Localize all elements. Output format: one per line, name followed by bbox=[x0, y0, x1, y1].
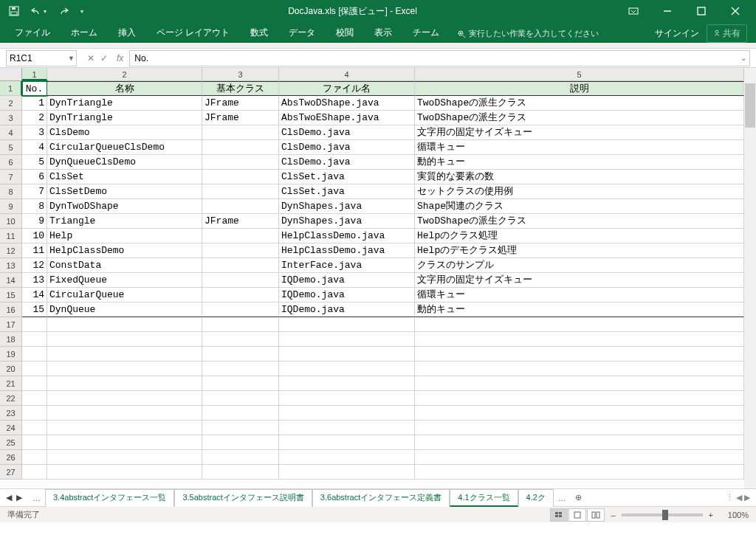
row-header[interactable]: 25 bbox=[0, 435, 22, 450]
cell-base[interactable] bbox=[202, 140, 279, 155]
cell-name[interactable]: ConstData bbox=[47, 258, 202, 273]
row-header[interactable]: 24 bbox=[0, 421, 22, 435]
cell[interactable] bbox=[279, 391, 415, 406]
scrollbar-thumb[interactable] bbox=[745, 83, 755, 128]
cell-file[interactable]: ClsDemo.java bbox=[279, 125, 415, 140]
cell-name[interactable]: CircularQueue bbox=[47, 288, 202, 302]
fx-button[interactable]: fx bbox=[117, 53, 123, 63]
qat-customize[interactable]: ▾ bbox=[76, 5, 88, 18]
cell-no[interactable]: 6 bbox=[22, 170, 47, 184]
cell[interactable] bbox=[279, 435, 415, 450]
cell-no[interactable]: 15 bbox=[22, 302, 47, 317]
cell[interactable] bbox=[415, 347, 744, 362]
cell-base[interactable] bbox=[202, 184, 279, 199]
cell[interactable] bbox=[202, 391, 279, 406]
row-header[interactable]: 3 bbox=[0, 111, 22, 125]
name-box[interactable]: R1C1▼ bbox=[6, 50, 77, 66]
cell[interactable] bbox=[279, 376, 415, 391]
cell[interactable] bbox=[22, 406, 47, 421]
cancel-formula-button[interactable]: ✕ bbox=[87, 53, 94, 63]
tab-data[interactable]: データ bbox=[278, 23, 326, 43]
row-header[interactable]: 2 bbox=[0, 96, 22, 111]
cell[interactable] bbox=[202, 317, 279, 332]
cell-base[interactable] bbox=[202, 288, 279, 302]
cell[interactable] bbox=[202, 435, 279, 450]
cell-base[interactable] bbox=[202, 243, 279, 258]
vertical-scrollbar[interactable] bbox=[744, 68, 756, 488]
share-button[interactable]: 共有 bbox=[707, 24, 747, 43]
select-all-triangle[interactable] bbox=[0, 68, 22, 81]
cell-no[interactable]: 3 bbox=[22, 125, 47, 140]
cell-file[interactable]: InterFace.java bbox=[279, 258, 415, 273]
cell-name[interactable]: HelpClassDemo bbox=[47, 243, 202, 258]
cell[interactable] bbox=[415, 391, 744, 406]
row-header[interactable]: 6 bbox=[0, 155, 22, 170]
normal-view-button[interactable] bbox=[550, 508, 568, 522]
cell[interactable] bbox=[47, 362, 202, 376]
ribbon-options-button[interactable] bbox=[617, 1, 650, 21]
cell-file[interactable]: ClsDemo.java bbox=[279, 140, 415, 155]
cell-desc[interactable]: Shape関連のクラス bbox=[415, 199, 744, 214]
cell-name[interactable]: CircularQueueClsDemo bbox=[47, 140, 202, 155]
tab-page-layout[interactable]: ページ レイアウト bbox=[146, 23, 240, 43]
page-break-view-button[interactable] bbox=[587, 508, 605, 522]
row-header[interactable]: 12 bbox=[0, 243, 22, 258]
close-button[interactable] bbox=[719, 1, 752, 21]
cell-base[interactable] bbox=[202, 273, 279, 288]
cell-no[interactable]: 10 bbox=[22, 229, 47, 243]
cell[interactable] bbox=[202, 406, 279, 421]
cell-header-desc[interactable]: 説明 bbox=[415, 81, 744, 96]
cell[interactable] bbox=[415, 376, 744, 391]
zoom-level[interactable]: 100% bbox=[719, 511, 749, 519]
cell-no[interactable]: 8 bbox=[22, 199, 47, 214]
tab-review[interactable]: 校閲 bbox=[326, 23, 364, 43]
tab-file[interactable]: ファイル bbox=[4, 23, 61, 43]
cell-no[interactable]: 5 bbox=[22, 155, 47, 170]
cell[interactable] bbox=[415, 362, 744, 376]
cell[interactable] bbox=[47, 317, 202, 332]
cell[interactable] bbox=[47, 465, 202, 480]
spreadsheet-grid[interactable]: 1 2 3 4 5 1 No. 名称 基本クラス ファイル名 説明 2 1 Dy… bbox=[0, 68, 756, 488]
cell[interactable] bbox=[22, 347, 47, 362]
row-header[interactable]: 7 bbox=[0, 170, 22, 184]
row-header[interactable]: 15 bbox=[0, 288, 22, 302]
cell[interactable] bbox=[22, 465, 47, 480]
row-header[interactable]: 17 bbox=[0, 317, 22, 332]
row-header[interactable]: 5 bbox=[0, 140, 22, 155]
tab-formulas[interactable]: 数式 bbox=[240, 23, 278, 43]
cell-file[interactable]: IQDemo.java bbox=[279, 273, 415, 288]
cell-base[interactable] bbox=[202, 155, 279, 170]
cell-name[interactable]: ClsDemo bbox=[47, 125, 202, 140]
cell-file[interactable]: AbsTwoDShape.java bbox=[279, 96, 415, 111]
cell-name[interactable]: DynQueueClsDemo bbox=[47, 155, 202, 170]
tell-me-search[interactable]: 実行したい作業を入力してください bbox=[450, 24, 606, 43]
minimize-button[interactable] bbox=[651, 1, 684, 21]
page-layout-view-button[interactable] bbox=[568, 508, 586, 522]
row-header[interactable]: 1 bbox=[0, 81, 22, 96]
name-box-dropdown-icon[interactable]: ▼ bbox=[68, 55, 75, 62]
tab-overflow-left[interactable]: … bbox=[28, 494, 45, 502]
cell-base[interactable]: JFrame bbox=[202, 214, 279, 229]
row-header[interactable]: 16 bbox=[0, 302, 22, 317]
row-header[interactable]: 8 bbox=[0, 184, 22, 199]
sheet-tab[interactable]: 3.6abstractインタフェース定義書 bbox=[312, 489, 450, 507]
row-header[interactable]: 23 bbox=[0, 406, 22, 421]
cell-name[interactable]: DynTriangle bbox=[47, 96, 202, 111]
cell-no[interactable]: 11 bbox=[22, 243, 47, 258]
row-header[interactable]: 21 bbox=[0, 376, 22, 391]
cell[interactable] bbox=[47, 332, 202, 347]
cell[interactable] bbox=[202, 450, 279, 465]
cell-file[interactable]: AbsTwoEShape.java bbox=[279, 111, 415, 125]
cell-name[interactable]: ClsSet bbox=[47, 170, 202, 184]
cell-file[interactable]: ClsSet.java bbox=[279, 170, 415, 184]
cell[interactable] bbox=[47, 376, 202, 391]
cell[interactable] bbox=[47, 391, 202, 406]
cell[interactable] bbox=[279, 362, 415, 376]
cell-base[interactable]: JFrame bbox=[202, 96, 279, 111]
cell[interactable] bbox=[415, 406, 744, 421]
tab-view[interactable]: 表示 bbox=[364, 23, 402, 43]
cell-base[interactable] bbox=[202, 302, 279, 317]
cell[interactable] bbox=[279, 421, 415, 435]
cell-name[interactable]: Triangle bbox=[47, 214, 202, 229]
cell[interactable] bbox=[47, 435, 202, 450]
